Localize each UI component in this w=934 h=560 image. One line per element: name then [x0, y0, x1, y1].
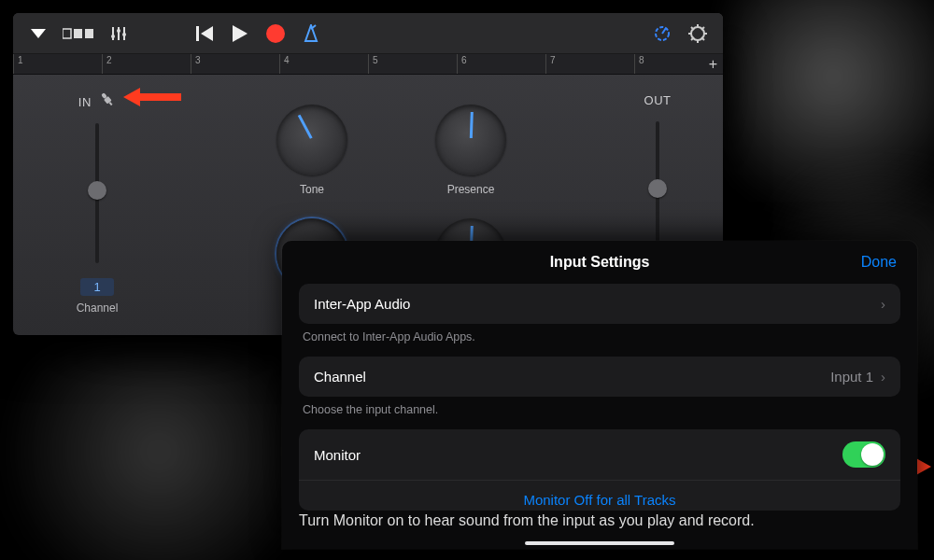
- svg-rect-10: [196, 26, 199, 41]
- channel-row[interactable]: Channel Input 1›: [299, 357, 900, 397]
- monitor-row: Monitor: [299, 429, 900, 480]
- svg-rect-1: [63, 29, 71, 38]
- play-button[interactable]: [224, 20, 256, 48]
- out-label: OUT: [644, 93, 672, 107]
- svg-line-16: [662, 28, 666, 34]
- toolbar: [13, 13, 723, 54]
- timeline-ruler[interactable]: 1 2 3 4 5 6 7 8 +: [13, 54, 723, 75]
- channel-badge[interactable]: 1: [80, 278, 113, 296]
- done-button[interactable]: Done: [861, 254, 897, 271]
- tone-label: Tone: [237, 183, 387, 196]
- svg-point-8: [117, 29, 120, 33]
- monitor-off-all-button[interactable]: Monitor Off for all Tracks: [299, 480, 900, 511]
- monitor-toggle[interactable]: [842, 441, 885, 468]
- channel-value: Input 1: [830, 369, 873, 385]
- svg-point-7: [111, 35, 115, 38]
- ruler-mark: 5: [368, 54, 457, 74]
- add-section-button[interactable]: +: [709, 56, 717, 73]
- tone-knob[interactable]: [276, 105, 347, 175]
- ruler-mark: 1: [13, 54, 102, 74]
- channel-caption: Channel: [60, 301, 134, 315]
- tuning-button[interactable]: [646, 20, 678, 48]
- svg-rect-2: [74, 29, 82, 38]
- svg-line-28: [110, 103, 113, 105]
- chevron-right-icon: ›: [881, 369, 885, 385]
- ruler-mark: 7: [545, 54, 634, 74]
- channel-hint: Choose the input channel.: [303, 403, 897, 416]
- in-gain-slider[interactable]: [95, 123, 99, 263]
- svg-point-9: [122, 33, 126, 36]
- settings-button[interactable]: [682, 20, 714, 48]
- sheet-title: Input Settings: [299, 254, 900, 271]
- dropdown-button[interactable]: [22, 20, 54, 48]
- monitor-label: Monitor: [314, 447, 361, 463]
- chevron-right-icon: ›: [881, 296, 885, 312]
- presence-knob[interactable]: [435, 105, 506, 175]
- input-plug-icon[interactable]: [97, 89, 120, 113]
- ruler-mark: 2: [102, 54, 191, 74]
- record-button[interactable]: [260, 20, 291, 48]
- svg-rect-3: [85, 29, 93, 38]
- ruler-mark: 4: [279, 54, 368, 74]
- in-label: IN: [78, 95, 92, 109]
- inter-app-hint: Connect to Inter-App Audio Apps.: [303, 330, 897, 343]
- svg-marker-11: [201, 26, 213, 41]
- ruler-mark: 6: [457, 54, 545, 74]
- presence-label: Presence: [396, 183, 545, 196]
- ruler-mark: 3: [191, 54, 279, 74]
- rewind-button[interactable]: [189, 20, 220, 48]
- mixer-button[interactable]: [103, 20, 134, 48]
- svg-marker-13: [305, 25, 317, 41]
- monitor-hint: Turn Monitor on to hear sound from the i…: [299, 512, 900, 529]
- home-indicator[interactable]: [525, 541, 674, 545]
- view-split-button[interactable]: [58, 20, 99, 48]
- svg-marker-12: [233, 25, 248, 42]
- annotation-arrow-input: [123, 88, 181, 106]
- channel-row-label: Channel: [314, 369, 366, 385]
- input-settings-sheet: Input Settings Done Inter-App Audio › Co…: [282, 241, 917, 549]
- inter-app-label: Inter-App Audio: [314, 296, 410, 312]
- metronome-button[interactable]: [295, 20, 327, 48]
- svg-marker-0: [31, 29, 46, 38]
- inter-app-audio-row[interactable]: Inter-App Audio ›: [299, 284, 900, 324]
